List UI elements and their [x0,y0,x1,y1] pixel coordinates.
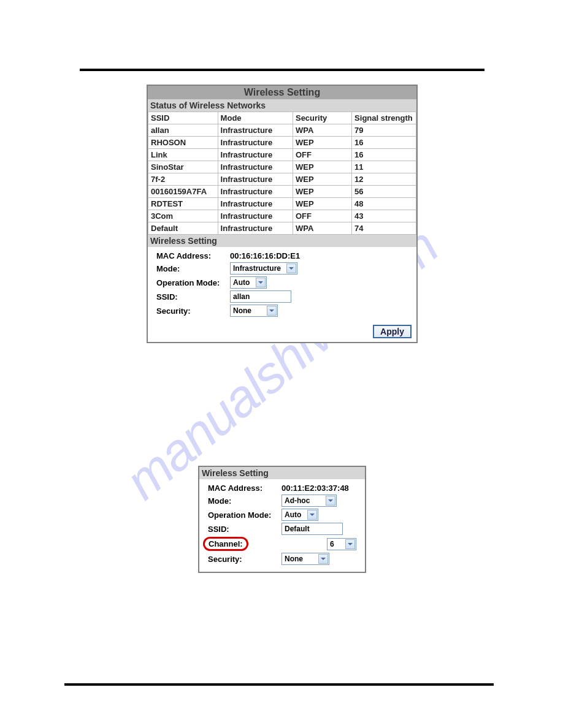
mode-select[interactable]: Ad-hoc [282,495,337,507]
cell-sec: WEP [293,173,351,186]
status-header: Status of Wireless Networks [148,99,416,112]
ssid-input[interactable]: Default [282,523,343,535]
operation-mode-value: Auto [233,278,250,287]
form-header: Wireless Setting [148,235,416,247]
operation-mode-label: Operation Mode: [156,278,230,287]
mode-label: Mode: [156,264,230,273]
cell-sig: 16 [352,137,416,149]
apply-button[interactable]: Apply [373,325,412,338]
mode-label: Mode: [208,496,282,506]
bottom-rule [64,683,494,686]
chevron-down-icon [256,278,266,287]
cell-mode: Infrastructure [218,137,293,149]
top-rule [80,69,484,71]
ssid-input[interactable]: allan [230,290,291,303]
mode-value: Infrastructure [233,264,281,273]
mac-value: 00:16:16:16:DD:E1 [230,251,300,260]
cell-sec: WEP [293,186,351,198]
security-select[interactable]: None [282,553,329,565]
chevron-down-icon [318,554,328,564]
cell-sec: OFF [293,210,351,222]
chevron-down-icon [326,496,335,506]
table-row[interactable]: 7f-2InfrastructureWEP12 [148,173,416,186]
cell-mode: Infrastructure [218,161,293,173]
wireless-setting-panel-adhoc: Wireless Setting MAC Address: 00:11:E2:0… [198,466,366,573]
form-header: Wireless Setting [199,467,365,479]
cell-mode: Infrastructure [218,186,293,198]
security-value: None [233,306,251,315]
ssid-label: SSID: [156,292,230,301]
cell-sec: WEP [293,161,351,173]
cell-mode: Infrastructure [218,198,293,210]
table-row[interactable]: allanInfrastructureWPA79 [148,124,416,137]
cell-mode: Infrastructure [218,210,293,222]
chevron-down-icon [267,306,277,316]
operation-mode-value: Auto [285,510,301,519]
cell-sig: 43 [352,210,416,222]
table-row[interactable]: 3ComInfrastructureOFF43 [148,210,416,222]
cell-sec: WPA [293,222,351,235]
cell-ssid: SinoStar [148,161,218,173]
mac-value: 00:11:E2:03:37:48 [282,483,349,493]
cell-sig: 74 [352,222,416,235]
wireless-setting-panel: Wireless Setting Status of Wireless Netw… [147,85,418,343]
security-label: Security: [156,306,230,316]
col-ssid: SSID [148,112,218,124]
cell-ssid: 3Com [148,210,218,222]
table-row[interactable]: RHOSONInfrastructureWEP16 [148,137,416,149]
operation-mode-select[interactable]: Auto [282,509,318,521]
col-mode: Mode [218,112,293,124]
table-row[interactable]: 00160159A7FAInfrastructureWEP56 [148,186,416,198]
cell-sec: WEP [293,198,351,210]
operation-mode-label: Operation Mode: [208,510,282,520]
cell-mode: Infrastructure [218,222,293,235]
chevron-down-icon [307,510,317,520]
mode-value: Ad-hoc [285,496,310,505]
cell-sig: 12 [352,173,416,186]
channel-highlight: Channel: [203,537,248,551]
cell-sig: 56 [352,186,416,198]
cell-ssid: 00160159A7FA [148,186,218,198]
form-area: MAC Address: 00:16:16:16:DD:E1 Mode: Inf… [148,247,416,324]
col-signal: Signal strength [352,112,416,124]
chevron-down-icon [345,539,355,549]
channel-value: 6 [330,540,334,548]
cell-sec: WPA [293,124,351,137]
cell-mode: Infrastructure [218,124,293,137]
mac-label: MAC Address: [208,483,282,493]
cell-ssid: Default [148,222,218,235]
security-value: None [285,555,303,563]
mode-select[interactable]: Infrastructure [230,262,297,275]
cell-mode: Infrastructure [218,173,293,186]
ssid-label: SSID: [208,525,282,534]
cell-ssid: Link [148,149,218,161]
table-row[interactable]: DefaultInfrastructureWPA74 [148,222,416,235]
col-security: Security [293,112,351,124]
cell-sig: 79 [352,124,416,137]
cell-sec: WEP [293,137,351,149]
channel-select[interactable]: 6 [327,538,356,550]
security-select[interactable]: None [230,305,278,317]
table-row[interactable]: LinkInfrastructureOFF16 [148,149,416,161]
table-row[interactable]: RDTESTInfrastructureWEP48 [148,198,416,210]
cell-ssid: allan [148,124,218,137]
cell-mode: Infrastructure [218,149,293,161]
networks-table: SSID Mode Security Signal strength allan… [148,112,416,235]
operation-mode-select[interactable]: Auto [230,276,267,289]
cell-sig: 48 [352,198,416,210]
cell-sig: 11 [352,161,416,173]
cell-sig: 16 [352,149,416,161]
table-row[interactable]: SinoStarInfrastructureWEP11 [148,161,416,173]
panel-title: Wireless Setting [148,86,416,99]
cell-sec: OFF [293,149,351,161]
cell-ssid: 7f-2 [148,173,218,186]
chevron-down-icon [286,264,296,273]
channel-label: Channel: [209,539,243,548]
cell-ssid: RDTEST [148,198,218,210]
cell-ssid: RHOSON [148,137,218,149]
table-header-row: SSID Mode Security Signal strength [148,112,416,124]
mac-label: MAC Address: [156,251,230,260]
security-label: Security: [208,555,282,564]
